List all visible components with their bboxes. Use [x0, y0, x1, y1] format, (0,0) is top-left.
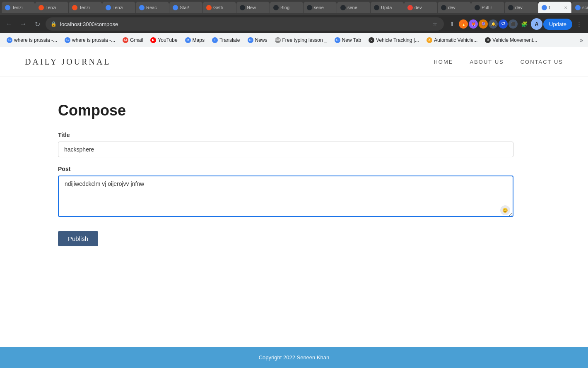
tab-7[interactable]: Getti [203, 2, 236, 13]
tab-label-13: dev- [414, 5, 423, 10]
bookmark-icon-movement: B [485, 37, 491, 43]
ext-3-icon[interactable]: 🔮 [479, 19, 488, 29]
site-main: Compose Title Post ndijiwedckclm vj oije… [0, 77, 588, 347]
tab-3[interactable]: Tenzi [69, 2, 102, 13]
bookmark-typing[interactable]: ⌨ Free typing lesson _ [272, 36, 330, 45]
bookmark-icon-typing: ⌨ [275, 37, 281, 43]
tab-18[interactable]: scree [572, 2, 588, 13]
title-label: Title [58, 132, 530, 138]
bookmark-icon-auto: A [427, 37, 432, 43]
bookmark-translate[interactable]: T Translate [209, 36, 243, 45]
tab-label-2: Tenzi [46, 5, 56, 10]
bookmark-vehicle-tracking[interactable]: V Vehicle Tracking |... [365, 36, 422, 45]
bookmark-star-icon[interactable]: ☆ [431, 20, 439, 28]
bookmarks-bar: G where is prussia -... G where is pruss… [0, 33, 588, 47]
tab-label-4: Tenzi [113, 5, 123, 10]
ext-2-icon[interactable]: 🦊 [469, 19, 478, 29]
bookmark-news[interactable]: N News [244, 36, 271, 45]
tab-14[interactable]: dev- [438, 2, 471, 13]
bookmark-label-newtab: New Tab [342, 37, 361, 43]
tab-5[interactable]: Reac [136, 2, 169, 13]
bookmark-label-vehicle: Vehicle Tracking |... [376, 37, 419, 43]
bookmark-vehicle-movement[interactable]: B Vehicle Movement... [482, 36, 540, 45]
bookmark-where-prussia-1[interactable]: G where is prussia -... [3, 36, 60, 45]
address-bar[interactable]: 🔒 localhost:3000/compose ☆ [46, 17, 444, 31]
bookmark-icon-youtube: ▶ [150, 37, 156, 43]
tab-label-18: scree [582, 5, 588, 10]
bookmark-label-1: where is prussia -... [14, 37, 57, 43]
tab-2[interactable]: Tenzi [35, 2, 68, 13]
tab-close-17[interactable]: ✕ [563, 5, 568, 10]
extensions-icon[interactable]: 🧩 [518, 18, 530, 30]
tab-17-active[interactable]: t ✕ [538, 2, 571, 13]
profile-button[interactable]: A [531, 18, 542, 30]
website: DAILY JOURNAL HOME ABOUT US CONTACT US C… [0, 47, 588, 368]
footer-text: Copyright 2022 Seneen Khan [259, 354, 330, 361]
ext-5-icon[interactable]: 🛡 [499, 19, 508, 29]
bookmark-label-translate: Translate [219, 37, 240, 43]
bookmark-gmail[interactable]: M Gmail [119, 36, 146, 45]
address-text: localhost:3000/compose [60, 21, 427, 27]
ext-1-icon[interactable]: 🔥 [459, 19, 468, 29]
share-icon[interactable]: ⬆ [446, 18, 458, 30]
tab-label-15: Pull r [482, 5, 492, 10]
bookmark-icon-news: N [248, 37, 253, 43]
tab-13[interactable]: dev- [404, 2, 437, 13]
reload-button[interactable]: ↻ [31, 18, 43, 30]
title-form-group: Title [58, 132, 530, 157]
tab-1[interactable]: Tenzi [2, 2, 35, 13]
site-footer: Copyright 2022 Seneen Khan [0, 347, 588, 368]
bookmark-label-gmail: Gmail [130, 37, 143, 43]
publish-button[interactable]: Publish [58, 231, 98, 246]
textarea-emoji-icon: 😊 [500, 205, 510, 215]
site-nav: HOME ABOUT US CONTACT US [434, 59, 563, 65]
bookmark-icon-maps: M [185, 37, 191, 43]
ext-4-icon[interactable]: 🔔 [489, 19, 498, 29]
bookmark-label-news: News [255, 37, 267, 43]
bookmark-where-prussia-2[interactable]: G where is prussia -... [61, 36, 118, 45]
ext-6-icon[interactable]: ⬛ [508, 19, 518, 29]
tab-label-9: Blog [280, 5, 289, 10]
tab-15[interactable]: Pull r [471, 2, 504, 13]
tab-label-8: New [247, 5, 256, 10]
tab-4[interactable]: Tenzi [102, 2, 135, 13]
bookmark-icon-translate: T [212, 37, 218, 43]
tab-label-5: Reac [146, 5, 157, 10]
bookmark-label-movement: Vehicle Movement... [492, 37, 537, 43]
bookmark-label-typing: Free typing lesson _ [282, 37, 327, 43]
post-textarea[interactable]: ndijiwedckclm vj oijerojvv jnfnw [58, 176, 513, 217]
nav-contact[interactable]: CONTACT US [521, 59, 563, 65]
tab-16[interactable]: dev- [505, 2, 538, 13]
tab-label-16: dev- [515, 5, 524, 10]
bookmark-newtab[interactable]: G New Tab [331, 36, 364, 45]
bookmark-maps[interactable]: M Maps [182, 36, 208, 45]
bookmark-auto-vehicle[interactable]: A Automatic Vehicle... [423, 36, 481, 45]
tab-label-7: Getti [213, 5, 223, 10]
update-button[interactable]: Update [543, 19, 572, 30]
more-menu-icon[interactable]: ⋮ [573, 18, 585, 30]
forward-button[interactable]: → [17, 18, 29, 30]
tab-11[interactable]: sene [337, 2, 370, 13]
browser-chrome: Tenzi Tenzi Tenzi Tenzi Reac Star! Getti [0, 0, 588, 47]
tab-label-11: sene [347, 5, 357, 10]
title-input[interactable] [58, 142, 513, 157]
tab-12[interactable]: Upda [371, 2, 404, 13]
bookmark-icon-newtab: G [335, 37, 340, 43]
browser-action-icons: ⬆ 🔥 🦊 🔮 🔔 🛡 ⬛ 🧩 A Update ⋮ [446, 18, 585, 30]
tab-label-12: Upda [381, 5, 392, 10]
tab-label-14: dev- [448, 5, 457, 10]
back-button[interactable]: ← [3, 18, 15, 30]
site-logo: DAILY JOURNAL [25, 57, 111, 67]
tab-10[interactable]: sene [304, 2, 337, 13]
bookmarks-more-button[interactable]: » [578, 35, 585, 45]
nav-about[interactable]: ABOUT US [470, 59, 504, 65]
tab-6[interactable]: Star! [169, 2, 202, 13]
tab-8[interactable]: New [236, 2, 270, 13]
tab-label-1: Tenzi [12, 5, 23, 10]
address-bar-row: ← → ↻ 🔒 localhost:3000/compose ☆ ⬆ 🔥 🦊 🔮… [0, 15, 588, 33]
bookmark-youtube[interactable]: ▶ YouTube [147, 36, 181, 45]
nav-home[interactable]: HOME [434, 59, 453, 65]
tab-9[interactable]: Blog [270, 2, 303, 13]
post-textarea-wrapper: ndijiwedckclm vj oijerojvv jnfnw 😊 [58, 176, 513, 219]
bookmark-icon-2: G [65, 37, 70, 43]
